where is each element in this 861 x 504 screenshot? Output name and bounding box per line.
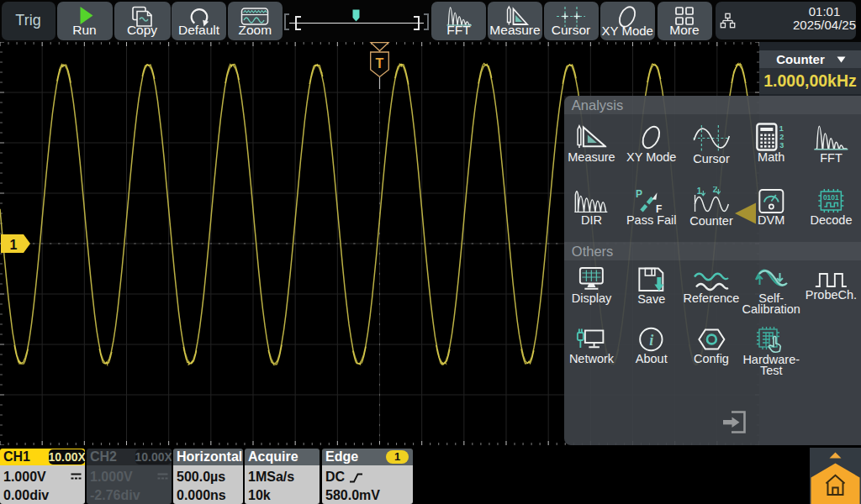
svg-text:T: T: [376, 56, 384, 71]
svg-text:1: 1: [779, 124, 784, 133]
svg-text:1: 1: [696, 186, 701, 196]
svg-text:P: P: [636, 188, 642, 200]
svg-text:i: i: [650, 332, 654, 349]
svg-text:2: 2: [779, 133, 784, 141]
svg-text:3: 3: [779, 141, 784, 150]
svg-text:0101: 0101: [823, 192, 839, 201]
svg-text:1: 1: [10, 238, 18, 252]
